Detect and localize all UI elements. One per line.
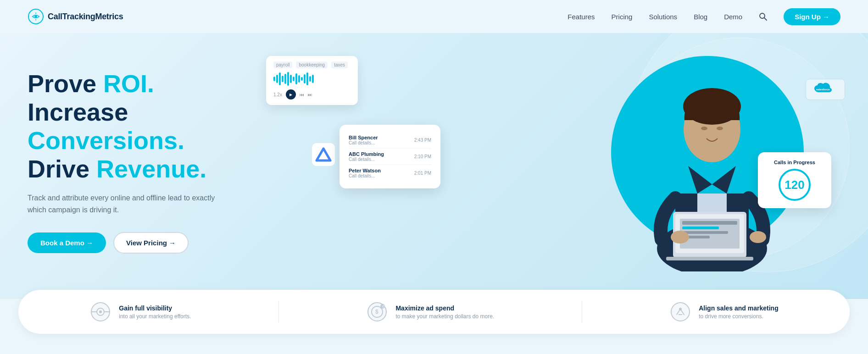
search-icon[interactable] [759,12,767,21]
visibility-text: Gain full visibility into all your marke… [119,304,191,320]
call-detail-2: Call details... [349,157,384,162]
wave-bars [273,72,314,86]
prev-button[interactable]: ⏮ [300,92,304,97]
play-button[interactable]: ▶ [286,89,296,100]
feature-align: Align sales and marketing to drive more … [669,301,779,323]
svg-text:salesforce: salesforce [816,88,830,91]
google-ads-icon [312,143,335,166]
nav-demo[interactable]: Demo [724,13,742,21]
wave-bar [276,75,278,83]
divider-1 [278,301,279,323]
align-title: Align sales and marketing [699,304,779,312]
logo-text: CallTrackingMetrics [48,12,123,22]
nav-blog[interactable]: Blog [694,13,707,21]
svg-point-9 [701,127,707,130]
wave-bar [290,75,292,83]
book-demo-button[interactable]: Book a Demo → [28,232,106,253]
nav-solutions[interactable]: Solutions [649,13,677,21]
hero-subtitle: Track and attribute every online and off… [28,192,229,216]
wave-bar [312,75,314,83]
svg-text:⏱: ⏱ [382,305,385,308]
call-name-2: ABC Plumbing [349,151,384,157]
card-tags: payroll bookkeeping taxes [273,61,351,68]
visibility-title: Gain full visibility [119,304,191,312]
navbar: CallTrackingMetrics Features Pricing Sol… [0,0,868,33]
svg-rect-18 [666,257,753,260]
bottom-features-bar: Gain full visibility into all your marke… [18,290,850,334]
wave-bar [282,76,284,82]
align-text: Align sales and marketing to drive more … [699,304,779,320]
wave-bar [284,74,286,84]
nav-links: Features Pricing Solutions Blog Demo Sig… [568,8,840,25]
svg-line-3 [764,18,767,20]
hero-line3: Drive Revenue. [28,155,206,183]
wave-bar [293,77,295,81]
wave-bar [298,75,300,83]
tag-bookkeeping: bookkeeping [296,61,328,68]
signup-button[interactable]: Sign Up → [784,8,840,25]
waveform-visual [273,72,351,86]
adspend-text: Maximize ad spend to make your marketing… [395,304,494,320]
call-item-1: Bill Spencer Call details... 2:43 PM [349,132,431,149]
nav-features[interactable]: Features [568,13,595,21]
calls-in-progress-card: Calls in Progress 120 [758,152,831,208]
playback-speed: 1.2x [273,92,282,97]
nav-pricing[interactable]: Pricing [612,13,633,21]
align-desc: to drive more conversions. [699,313,779,320]
hero-content: Prove ROI. Increase Conversions. Drive R… [28,69,257,254]
wave-bar [295,73,297,84]
hero-line2: Increase Conversions. [28,98,184,154]
wave-bar [279,72,281,85]
svg-point-2 [760,13,765,18]
call-name-3: Peter Watson [349,168,381,173]
svg-rect-21 [312,143,335,166]
divider-2 [582,301,582,323]
adspend-icon: $ ⏱ [366,301,388,323]
calls-list-card: Bill Spencer Call details... 2:43 PM ABC… [339,125,440,188]
svg-rect-15 [682,227,719,229]
call-detail-3: Call details... [349,173,381,178]
wave-bar [301,77,303,81]
logo[interactable]: CallTrackingMetrics [28,8,123,25]
call-time-1: 2:43 PM [414,138,431,143]
progress-value: 120 [779,169,811,201]
call-item-3: Peter Watson Call details... 2:01 PM [349,165,431,181]
wave-bar [309,76,311,82]
call-time-2: 2:10 PM [414,154,431,159]
next-button[interactable]: ⏭ [308,92,312,97]
wave-bar [273,77,275,81]
wave-bar [306,72,308,85]
hero-section: Prove ROI. Increase Conversions. Drive R… [0,33,868,299]
waveform-card: payroll bookkeeping taxes [266,56,358,105]
visibility-icon [89,301,111,323]
logo-icon [28,8,44,25]
svg-point-10 [717,127,723,130]
hero-buttons: Book a Demo → View Pricing → [28,232,257,254]
hero-line1: Prove ROI. [28,70,154,97]
svg-point-33 [671,303,690,321]
wave-controls: 1.2x ▶ ⏮ ⏭ [273,89,351,100]
view-pricing-button[interactable]: View Pricing → [113,232,189,254]
svg-point-34 [679,308,682,310]
feature-visibility: Gain full visibility into all your marke… [89,301,191,323]
svg-point-25 [99,310,102,313]
align-icon [669,301,691,323]
wave-bar [304,74,306,83]
feature-adspend: $ ⏱ Maximize ad spend to make your marke… [366,301,494,323]
salesforce-badge: salesforce [806,79,845,100]
hero-illustration: payroll bookkeeping taxes [257,42,840,281]
svg-point-20 [750,231,766,243]
svg-point-19 [671,231,689,243]
wave-bar [287,72,289,86]
call-time-3: 2:01 PM [414,171,431,176]
svg-rect-14 [682,221,737,225]
progress-label: Calls in Progress [767,160,822,165]
svg-point-1 [34,15,37,18]
svg-text:$: $ [375,309,378,315]
call-item-2: ABC Plumbing Call details... 2:10 PM [349,149,431,165]
call-name-1: Bill Spencer [349,135,378,140]
hero-title: Prove ROI. Increase Conversions. Drive R… [28,69,257,183]
adspend-desc: to make your marketing dollars do more. [395,313,494,320]
svg-rect-16 [682,231,728,234]
tag-taxes: taxes [331,61,348,68]
